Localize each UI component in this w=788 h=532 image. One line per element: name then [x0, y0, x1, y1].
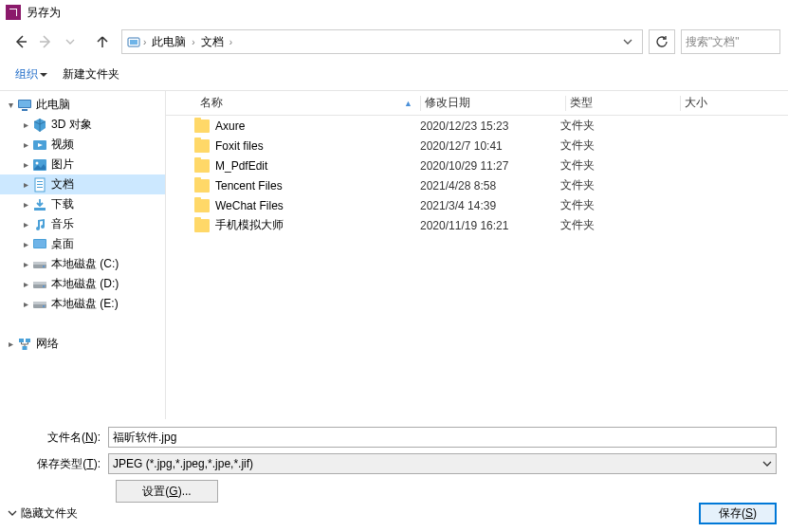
- tree-item[interactable]: ▸视频: [0, 135, 165, 155]
- svg-rect-11: [37, 187, 43, 188]
- tree-item[interactable]: ▸3D 对象: [0, 115, 165, 135]
- file-date: 2021/4/28 8:58: [420, 179, 560, 193]
- monitor-icon: [17, 98, 32, 113]
- cube-icon: [32, 118, 47, 133]
- list-item[interactable]: WeChat Files2021/3/4 14:39文件夹: [166, 195, 788, 215]
- hide-folders-toggle[interactable]: 隐藏文件夹: [8, 505, 78, 522]
- list-item[interactable]: Tencent Files2021/4/28 8:58文件夹: [166, 175, 788, 195]
- up-button[interactable]: [91, 30, 114, 53]
- toolbar: 组织 新建文件夹: [0, 59, 788, 91]
- expand-toggle[interactable]: ▸: [19, 279, 32, 289]
- tree-panel[interactable]: ▾此电脑▸3D 对象▸视频▸图片▸文档▸下载▸音乐▸桌面▸本地磁盘 (C:)▸本…: [0, 91, 166, 419]
- back-button[interactable]: [9, 30, 32, 53]
- expand-toggle[interactable]: ▸: [19, 119, 32, 130]
- tree-item-label: 此电脑: [36, 97, 70, 113]
- download-icon: [32, 197, 47, 212]
- list-item[interactable]: Foxit files2020/12/7 10:41文件夹: [166, 136, 788, 156]
- tree-item[interactable]: ▸本地磁盘 (D:): [0, 274, 165, 294]
- tree-item-label: 本地磁盘 (D:): [51, 276, 119, 292]
- breadcrumb: 此电脑 › 文档 ›: [148, 30, 617, 53]
- search-placeholder: 搜索"文档": [686, 34, 740, 50]
- filename-input[interactable]: [108, 427, 777, 448]
- tree-item-label: 视频: [51, 137, 74, 153]
- svg-rect-3: [19, 101, 30, 107]
- drive-icon: [32, 297, 47, 312]
- tree-item[interactable]: ▸文档: [0, 174, 165, 194]
- folder-icon: [194, 179, 210, 193]
- arrow-left-icon: [13, 34, 28, 49]
- expand-toggle[interactable]: ▾: [4, 100, 17, 110]
- file-date: 2020/11/19 16:21: [420, 219, 560, 232]
- expand-toggle[interactable]: ▸: [19, 199, 32, 210]
- tree-item-label: 本地磁盘 (C:): [51, 256, 119, 272]
- expand-toggle[interactable]: ▸: [19, 139, 32, 150]
- nav-bar: › 此电脑 › 文档 › 搜索"文档": [0, 25, 788, 59]
- address-bar[interactable]: › 此电脑 › 文档 ›: [121, 29, 643, 54]
- tree-item-label: 本地磁盘 (E:): [51, 296, 119, 312]
- svg-rect-1: [130, 40, 137, 45]
- file-name: Tencent Files: [215, 179, 283, 193]
- list-item[interactable]: M_PdfEdit2020/10/29 11:27文件夹: [166, 156, 788, 175]
- arrow-up-icon: [95, 34, 110, 49]
- svg-rect-10: [37, 184, 43, 185]
- refresh-button[interactable]: [649, 29, 675, 54]
- organize-menu[interactable]: 组织: [9, 63, 53, 86]
- tree-item-label: 文档: [51, 176, 74, 193]
- svg-point-17: [43, 266, 45, 267]
- svg-rect-14: [34, 240, 46, 248]
- filetype-select[interactable]: JPEG (*.jpg,*.jpeg,*.jpe,*.jif): [108, 453, 777, 474]
- breadcrumb-item[interactable]: 此电脑: [148, 30, 190, 53]
- folder-icon: [194, 219, 210, 232]
- svg-point-23: [43, 305, 45, 307]
- expand-toggle[interactable]: ▸: [19, 219, 32, 229]
- svg-rect-25: [26, 339, 30, 342]
- column-date[interactable]: 修改日期: [425, 95, 565, 111]
- chevron-right-icon: ›: [190, 37, 196, 47]
- window-title: 另存为: [27, 5, 61, 21]
- file-type: 文件夹: [560, 217, 670, 233]
- file-list[interactable]: Axure2020/12/23 15:23文件夹Foxit files2020/…: [166, 116, 788, 419]
- folder-icon: [194, 199, 210, 212]
- column-name[interactable]: 名称▲: [194, 95, 420, 111]
- recent-dropdown[interactable]: [59, 30, 82, 53]
- drive-icon: [32, 277, 47, 292]
- list-item[interactable]: Axure2020/12/23 15:23文件夹: [166, 116, 788, 136]
- breadcrumb-item[interactable]: 文档: [197, 30, 228, 53]
- tree-item[interactable]: ▸本地磁盘 (C:): [0, 254, 165, 274]
- tree-item-label: 桌面: [51, 236, 74, 252]
- tree-item[interactable]: ▸图片: [0, 155, 165, 174]
- svg-rect-22: [33, 302, 46, 304]
- tree-item[interactable]: ▸桌面: [0, 234, 165, 254]
- expand-toggle[interactable]: ▸: [19, 179, 32, 190]
- column-size[interactable]: 大小: [685, 95, 761, 111]
- save-button[interactable]: 保存(S): [699, 503, 777, 524]
- svg-rect-16: [33, 262, 46, 265]
- title-bar: 另存为: [0, 0, 788, 25]
- file-date: 2020/12/23 15:23: [420, 119, 560, 133]
- tree-item[interactable]: [0, 314, 165, 334]
- tree-item[interactable]: ▾此电脑: [0, 95, 165, 115]
- svg-rect-26: [23, 346, 27, 350]
- file-name: Axure: [215, 119, 245, 133]
- new-folder-button[interactable]: 新建文件夹: [57, 63, 125, 86]
- tree-item[interactable]: ▸网络: [0, 334, 165, 354]
- address-dropdown[interactable]: [617, 37, 638, 46]
- tree-item[interactable]: ▸下载: [0, 194, 165, 214]
- tree-item[interactable]: ▸本地磁盘 (E:): [0, 294, 165, 314]
- expand-toggle[interactable]: ▸: [19, 259, 32, 269]
- list-item[interactable]: 手机模拟大师2020/11/19 16:21文件夹: [166, 215, 788, 235]
- tree-item[interactable]: ▸音乐: [0, 214, 165, 234]
- expand-toggle[interactable]: ▸: [19, 299, 32, 309]
- chevron-down-icon: [762, 459, 772, 468]
- svg-rect-4: [22, 109, 27, 111]
- search-input[interactable]: 搜索"文档": [681, 29, 780, 54]
- file-type: 文件夹: [560, 177, 670, 193]
- forward-button[interactable]: [34, 30, 57, 53]
- expand-toggle[interactable]: ▸: [4, 339, 17, 349]
- expand-toggle[interactable]: ▸: [19, 159, 32, 170]
- column-type[interactable]: 类型: [570, 95, 680, 111]
- file-type: 文件夹: [560, 157, 670, 174]
- expand-toggle[interactable]: ▸: [19, 239, 32, 249]
- sort-asc-icon: ▲: [404, 99, 412, 108]
- file-date: 2020/12/7 10:41: [420, 139, 560, 153]
